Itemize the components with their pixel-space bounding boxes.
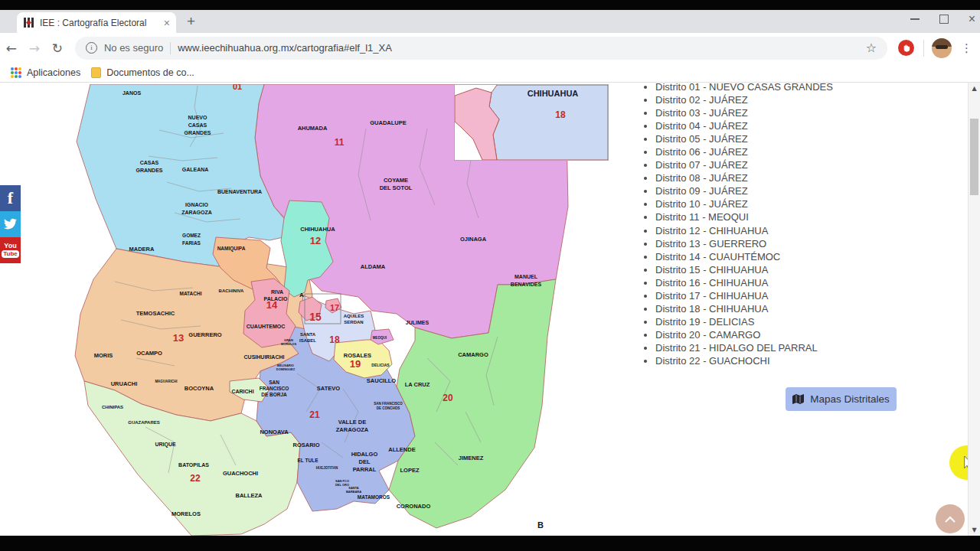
map-municipality-label: ALLENDE <box>388 446 415 453</box>
district-list-item[interactable]: Distrito 19 - DELICIAS <box>655 315 885 328</box>
tab-close-icon[interactable]: × <box>164 18 170 28</box>
map-municipality-label: MEOQUI <box>373 336 387 340</box>
map-municipality-label: VALLE DE <box>338 419 367 425</box>
address-bar[interactable]: i No es seguro www.ieechihuahua.org.mx/c… <box>75 37 887 60</box>
map-municipality-label: TEMOSACHIC <box>136 310 175 317</box>
map-municipality-label: IGNACIO <box>185 202 209 207</box>
map-municipality-label: BARBARA <box>346 490 361 494</box>
chrome-menu-icon[interactable]: ⋮ <box>961 41 972 55</box>
map-municipality-label: GALEANA <box>182 167 209 172</box>
back-icon[interactable]: ← <box>0 41 23 56</box>
district-list-item[interactable]: Distrito 06 - JUÁREZ <box>655 145 885 158</box>
map-municipality-label: NUEVO <box>188 115 207 120</box>
scroll-to-top-button[interactable] <box>936 504 965 533</box>
bookmark-apps[interactable]: Aplicaciones <box>11 67 80 78</box>
map-municipality-label: URUACHI <box>111 380 138 387</box>
map-municipality-label: FARIAS <box>182 240 201 246</box>
map-district-number: 13 <box>173 332 184 344</box>
district-list-item[interactable]: Distrito 20 - CAMARGO <box>655 328 885 341</box>
youtube-icon[interactable]: You Tube <box>0 237 21 263</box>
map-municipality-label: JULIMES <box>406 320 430 325</box>
map-municipality-label: GRANDES <box>136 168 162 173</box>
page-content: f You Tube JANOSNUEVOCASASGRANDESAHUMADA… <box>0 83 980 536</box>
twitter-icon[interactable] <box>0 211 21 237</box>
map-municipality-label: MATACHI <box>179 291 201 296</box>
map-district-number: 14 <box>266 299 278 311</box>
mapas-distritales-button[interactable]: Mapas Distritales <box>786 387 897 411</box>
district-list-item[interactable]: Distrito 15 - CHIHUAHUA <box>655 263 885 276</box>
map-municipality-label: JIMENEZ <box>459 455 484 461</box>
map-municipality-label: B <box>537 520 544 530</box>
district-list-item[interactable]: Distrito 17 - CHIHUAHUA <box>655 289 885 302</box>
facebook-icon[interactable]: f <box>0 185 21 211</box>
map-district-number: 01 <box>233 84 242 91</box>
map-municipality-label: GUAZAPARES <box>128 420 160 425</box>
map-municipality-label: HIDALGO <box>351 451 378 458</box>
district-list-item[interactable]: Distrito 02 - JUÁREZ <box>655 93 885 106</box>
map-municipality-label: BACHINIVA <box>219 289 245 293</box>
adblock-extension-icon[interactable] <box>898 40 914 56</box>
map-district-number: 21 <box>309 409 320 420</box>
forward-icon[interactable]: → <box>23 41 46 56</box>
map-municipality-label: EL TULE <box>298 458 319 463</box>
district-list-item[interactable]: Distrito 08 - JUÁREZ <box>655 171 885 184</box>
reload-icon[interactable]: ↻ <box>46 41 69 56</box>
toolbar-separator <box>923 40 924 57</box>
tab-title: IEE : Cartografía Electoral <box>40 18 158 28</box>
map-municipality-label: BUENAVENTURA <box>217 189 262 194</box>
map-municipality-label: ISABEL <box>299 338 316 343</box>
district-list-item[interactable]: Distrito 21 - HIDALGO DEL PARRAL <box>655 341 885 354</box>
map-municipality-label: BOCOYNA <box>185 385 214 392</box>
browser-tab[interactable]: IEE : Cartografía Electoral × <box>17 12 176 33</box>
map-municipality-label: OJINAGA <box>460 236 487 243</box>
map-municipality-label: BALLEZA <box>236 492 263 499</box>
district-list-item[interactable]: Distrito 16 - CHIHUAHUA <box>655 276 885 289</box>
page-info-icon[interactable]: i <box>86 42 97 54</box>
scrollbar-down-icon[interactable]: ▼ <box>969 527 980 533</box>
district-list-item[interactable]: Distrito 22 - GUACHOCHI <box>655 354 885 367</box>
map-municipality-label: SATEVO <box>317 385 340 392</box>
map-municipality-label: GUACHOCHI <box>223 470 258 477</box>
map-municipality-label: CORONADO <box>397 503 431 510</box>
page-scrollbar[interactable]: ▲ ▼ <box>968 83 980 536</box>
district-list-item[interactable]: Distrito 12 - CHIHUAHUA <box>655 224 885 237</box>
map-municipality-label: MAGUARICHI <box>155 380 177 383</box>
address-separator <box>170 42 171 54</box>
district-list-item[interactable]: Distrito 04 - JUÁREZ <box>655 119 885 132</box>
profile-avatar[interactable] <box>932 38 952 58</box>
bookmark-star-icon[interactable]: ☆ <box>866 41 877 55</box>
district-list-item[interactable]: Distrito 13 - GUERRERO <box>655 237 885 250</box>
map-municipality-label: AQUILES <box>344 314 364 318</box>
youtube-text: You <box>4 243 16 249</box>
bookmark-documentos[interactable]: Documentos de co... <box>91 67 194 78</box>
district-list-item[interactable]: Distrito 01 - NUEVO CASAS GRANDES <box>655 83 885 93</box>
inset-number: 18 <box>555 109 566 120</box>
minimize-icon[interactable] <box>910 18 920 20</box>
new-tab-button[interactable]: + <box>187 13 195 30</box>
district-list-item[interactable]: Distrito 05 - JUÁREZ <box>655 132 885 145</box>
map-municipality-label: MORIS <box>94 352 113 359</box>
scrollbar-up-icon[interactable]: ▲ <box>969 85 980 92</box>
map-municipality-label: NAMIQUIPA <box>217 246 246 252</box>
map-municipality-label: CHIHUAHUA <box>300 226 335 233</box>
district-list-item[interactable]: Distrito 14 - CUAUHTÉMOC <box>655 250 885 263</box>
close-window-icon[interactable]: × <box>969 15 975 23</box>
map-municipality-label: URIQUE <box>155 442 176 448</box>
map-district-number: 18 <box>329 334 340 345</box>
district-list-item[interactable]: Distrito 09 - JUÁREZ <box>655 184 885 197</box>
bookmark-label: Aplicaciones <box>27 67 80 78</box>
map-district-number: 19 <box>350 358 361 370</box>
map-district-number: 11 <box>335 137 345 148</box>
restore-icon[interactable] <box>939 15 949 24</box>
district-list-item[interactable]: Distrito 10 - JUÁREZ <box>655 197 885 210</box>
district-list-item[interactable]: Distrito 18 - CHIHUAHUA <box>655 302 885 315</box>
district-list-item[interactable]: Distrito 07 - JUÁREZ <box>655 158 885 171</box>
district-list-item[interactable]: Distrito 11 - MEOQUI <box>655 210 885 223</box>
scrollbar-thumb[interactable] <box>970 119 978 195</box>
iee-favicon-icon <box>23 17 34 28</box>
map-municipality-label: GRANDES <box>184 130 211 135</box>
map-municipality-label: SANTA <box>300 332 316 337</box>
map-municipality-label: DE BORJA <box>261 392 287 397</box>
district-list-item[interactable]: Distrito 03 - JUÁREZ <box>655 106 885 119</box>
facebook-letter: f <box>8 188 13 208</box>
